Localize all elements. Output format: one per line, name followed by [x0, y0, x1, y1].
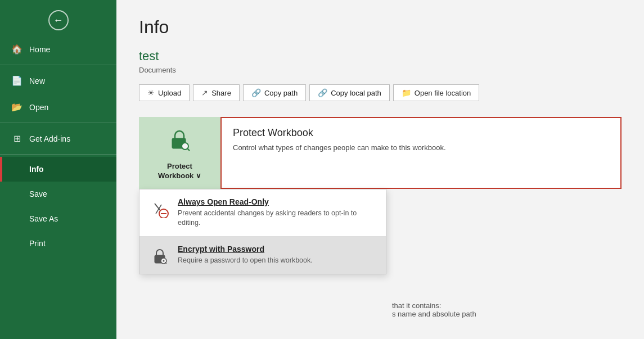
- svg-line-2: [187, 148, 189, 150]
- share-icon: ↗: [201, 88, 208, 97]
- sidebar-item-open[interactable]: 📂 Open: [0, 94, 116, 120]
- svg-point-9: [163, 260, 165, 261]
- home-icon: 🏠: [11, 44, 22, 55]
- action-buttons: ☀ Upload ↗ Share 🔗 Copy path 🔗 Copy loca…: [139, 84, 622, 101]
- read-only-content: Always Open Read-Only Prevent accidental…: [178, 197, 376, 228]
- back-button[interactable]: ←: [0, 0, 116, 36]
- sidebar-divider-1: [0, 65, 116, 65]
- properties-section: that it contains: s name and absolute pa…: [139, 301, 622, 318]
- copy-path-label: Copy path: [264, 89, 298, 97]
- open-icon: 📂: [11, 102, 22, 112]
- copy-local-path-button[interactable]: 🔗 Copy local path: [309, 84, 390, 101]
- protect-line1: Protect: [167, 162, 192, 170]
- dropdown-item-encrypt-password[interactable]: Encrypt with Password Require a password…: [139, 237, 386, 274]
- dropdown-item-always-open-read-only[interactable]: Always Open Read-Only Prevent accidental…: [139, 189, 386, 236]
- main-content: Info test Documents ☀ Upload ↗ Share 🔗 C…: [116, 0, 644, 339]
- properties-text-2: s name and absolute path: [392, 310, 622, 318]
- protect-info-box: Protect Workbook Control what types of c…: [220, 117, 622, 189]
- sidebar-item-info[interactable]: Info: [0, 157, 116, 182]
- protect-line2: Workbook ∨: [158, 171, 201, 180]
- sidebar-item-save-as-label: Save As: [29, 214, 58, 223]
- open-file-location-label: Open file location: [415, 89, 471, 97]
- encrypt-content: Encrypt with Password Require a password…: [178, 245, 376, 266]
- protect-info-title: Protect Workbook: [233, 127, 609, 139]
- file-location: Documents: [139, 66, 622, 74]
- copy-path-button[interactable]: 🔗 Copy path: [243, 84, 306, 101]
- sidebar-item-save-label: Save: [29, 189, 47, 198]
- back-arrow-icon: ←: [53, 15, 64, 26]
- copy-local-path-icon: 🔗: [318, 88, 327, 97]
- lock-search-icon: [168, 128, 192, 157]
- protect-workbook-tile[interactable]: Protect Workbook ∨: [139, 117, 220, 189]
- sidebar-item-save[interactable]: Save: [0, 182, 116, 206]
- add-ins-icon: ⊞: [11, 133, 22, 144]
- encrypt-icon: [150, 246, 170, 266]
- share-label: Share: [211, 89, 231, 97]
- sidebar-item-save-as[interactable]: Save As: [0, 206, 116, 231]
- sidebar-divider-2: [0, 123, 116, 123]
- encrypt-title: Encrypt with Password: [178, 245, 376, 254]
- copy-local-path-label: Copy local path: [331, 89, 381, 97]
- upload-label: Upload: [158, 89, 181, 97]
- new-icon: 📄: [11, 75, 22, 86]
- protect-info-desc: Control what types of changes people can…: [233, 143, 609, 152]
- protect-workbook-section: Protect Workbook ∨ Protect Workbook Cont…: [139, 117, 622, 189]
- sidebar-item-print[interactable]: Print: [0, 231, 116, 256]
- protect-dropdown-menu: Always Open Read-Only Prevent accidental…: [139, 189, 386, 274]
- copy-path-icon: 🔗: [251, 88, 261, 97]
- file-name: test: [139, 49, 622, 64]
- sidebar-item-home[interactable]: 🏠 Home: [0, 36, 116, 62]
- open-file-location-button[interactable]: 📁 Open file location: [393, 84, 479, 101]
- sidebar-item-home-label: Home: [29, 45, 50, 54]
- upload-button[interactable]: ☀ Upload: [139, 84, 190, 101]
- page-title: Info: [139, 17, 622, 38]
- sidebar-item-info-label: Info: [29, 165, 44, 174]
- encrypt-desc: Require a password to open this workbook…: [178, 256, 376, 266]
- sidebar-item-new-label: New: [29, 76, 45, 85]
- sidebar-item-new[interactable]: 📄 New: [0, 67, 116, 94]
- upload-icon: ☀: [147, 88, 155, 97]
- read-only-desc: Prevent accidental changes by asking rea…: [178, 209, 376, 228]
- open-file-location-icon: 📁: [402, 88, 411, 97]
- sidebar-item-get-add-ins[interactable]: ⊞ Get Add-ins: [0, 125, 116, 152]
- sidebar: ← 🏠 Home 📄 New 📂 Open ⊞ Get Add-ins Info…: [0, 0, 116, 339]
- sidebar-divider-3: [0, 154, 116, 155]
- sidebar-item-print-label: Print: [29, 239, 46, 248]
- share-button[interactable]: ↗ Share: [193, 84, 240, 101]
- sidebar-item-add-ins-label: Get Add-ins: [29, 134, 70, 143]
- read-only-icon: [150, 198, 170, 219]
- properties-text-1: that it contains:: [392, 301, 622, 310]
- protect-workbook-label: Protect Workbook ∨: [158, 162, 201, 181]
- sidebar-item-open-label: Open: [29, 103, 48, 112]
- sidebar-nav: 🏠 Home 📄 New 📂 Open ⊞ Get Add-ins Info S…: [0, 36, 116, 339]
- read-only-title: Always Open Read-Only: [178, 197, 376, 206]
